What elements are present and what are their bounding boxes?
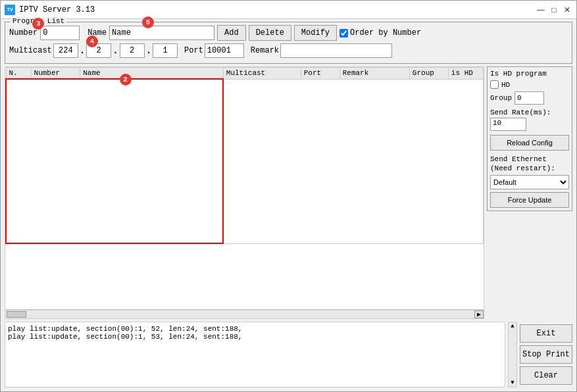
order-label: Order by Number [350, 28, 421, 37]
table-body: 2 [6, 79, 484, 243]
app-icon: TV [5, 5, 15, 15]
force-update-button[interactable]: Force Update [490, 192, 569, 208]
order-by-number-checkbox[interactable] [339, 29, 348, 37]
modify-button[interactable]: Modify [294, 25, 337, 41]
annotation-circle-2: 2 [120, 74, 132, 86]
multicast-part-1[interactable] [53, 43, 78, 58]
name-input[interactable] [109, 26, 214, 40]
col-remark: Remark [339, 68, 409, 80]
right-panel: Is HD program HD Group Send Rate(ms): 10… [487, 66, 572, 319]
scrollbar-right-arrow[interactable]: ▶ [474, 310, 484, 318]
left-panel: N. Number Name Multicast Port Remark Gro… [5, 66, 484, 319]
remark-input[interactable] [280, 43, 392, 58]
multicast-row: Multicast 4 . . . Port Remark [9, 43, 568, 58]
close-button[interactable]: ✕ [562, 5, 572, 15]
hd-checkbox[interactable] [490, 80, 499, 89]
reload-config-button[interactable]: Reload Config [490, 135, 569, 151]
col-number: Number [31, 68, 80, 80]
log-scroll-up[interactable]: ▲ [510, 322, 514, 330]
main-area: N. Number Name Multicast Port Remark Gro… [5, 66, 572, 319]
col-group: Group [409, 68, 448, 80]
hd-title: Is HD program [490, 70, 569, 78]
log-line-2: play list:update, section(00):1, 53, len… [8, 333, 502, 341]
multicast-label: Multicast [9, 46, 52, 55]
number-input[interactable] [40, 26, 80, 40]
window-title: IPTV Server 3.13 [19, 5, 536, 14]
ethernet-select[interactable]: Default [490, 175, 569, 189]
bottom-area: play list:update, section(00):1, 52, len… [5, 322, 572, 387]
send-rate-value: 10 [490, 118, 526, 131]
send-ethernet-label: Send Ethernet (Need restart): [490, 155, 569, 174]
delete-button[interactable]: Delete [249, 25, 291, 41]
scrollbar-thumb[interactable] [7, 311, 26, 318]
annotation-circle-5: 5 [142, 16, 154, 28]
window-content: Program List Number 3 Name 5 [1, 19, 576, 322]
add-button[interactable]: Add [217, 25, 246, 41]
title-bar: TV IPTV Server 3.13 — □ ✕ [1, 1, 576, 19]
exit-button[interactable]: Exit [520, 324, 572, 343]
col-multicast: Multicast [223, 68, 301, 80]
group-input[interactable] [514, 91, 544, 105]
port-label: Port [184, 46, 203, 55]
program-list-group: Program List Number 3 Name 5 [5, 22, 572, 64]
col-n: N. [6, 68, 31, 80]
annotation-circle-4: 4 [86, 36, 98, 47]
stop-print-button[interactable]: Stop Print [520, 345, 572, 364]
bottom-buttons: Exit Stop Print Clear [520, 322, 572, 387]
multicast-part-4[interactable] [153, 43, 178, 58]
hd-checkbox-row: HD [490, 80, 569, 89]
send-rate-label: Send Rate(ms): [490, 109, 569, 116]
minimize-button[interactable]: — [536, 5, 546, 15]
col-port: Port [301, 68, 339, 80]
window-controls: — □ ✕ [536, 5, 572, 15]
order-checkbox-container[interactable]: Order by Number [339, 28, 421, 37]
maximize-button[interactable]: □ [549, 5, 559, 15]
main-window: TV IPTV Server 3.13 — □ ✕ Program List N… [0, 0, 577, 392]
number-label: Number [9, 28, 38, 37]
port-input[interactable] [205, 43, 244, 58]
log-scroll-down[interactable]: ▼ [510, 379, 514, 387]
hd-section: Is HD program HD Group Send Rate(ms): 10… [487, 66, 572, 211]
hd-checkbox-label: HD [501, 81, 510, 89]
table-row-selected[interactable]: 2 [6, 79, 484, 243]
clear-button[interactable]: Clear [520, 366, 572, 385]
log-line-1: play list:update, section(00):1, 52, len… [8, 325, 502, 333]
program-table: N. Number Name Multicast Port Remark Gro… [5, 67, 484, 244]
group-label-r: Group [490, 94, 512, 102]
group-field: Group [490, 91, 569, 105]
log-box: play list:update, section(00):1, 52, len… [5, 322, 505, 387]
col-name: Name [80, 68, 224, 80]
col-ishd: is HD [448, 68, 483, 80]
horizontal-scrollbar[interactable]: ▶ [5, 310, 484, 319]
remark-label: Remark [251, 46, 279, 55]
multicast-part-3[interactable] [120, 43, 145, 58]
table-container: N. Number Name Multicast Port Remark Gro… [5, 66, 484, 310]
table-header: N. Number Name Multicast Port Remark Gro… [6, 68, 484, 80]
log-scrollbar[interactable]: ▲ ▼ [508, 322, 517, 387]
